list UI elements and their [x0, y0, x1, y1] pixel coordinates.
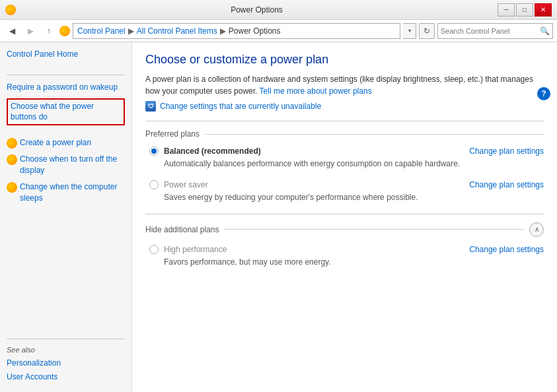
tell-me-link[interactable]: Tell me more about power plans — [260, 86, 372, 96]
content-description: A power plan is a collection of hardware… — [145, 73, 544, 97]
refresh-button[interactable]: ↻ — [419, 23, 435, 39]
sidebar-change-sleep[interactable]: Change when the computer sleeps — [20, 181, 125, 204]
plan-high-performance: High performance Change plan settings Fa… — [145, 245, 544, 268]
minimize-button[interactable]: ─ — [498, 3, 515, 16]
change-unavailable-link[interactable]: Change settings that are currently unava… — [160, 102, 321, 111]
page-title: Choose or customize a power plan — [145, 53, 544, 67]
sidebar-choose-buttons[interactable]: Choose what the power buttons do — [7, 98, 125, 126]
maximize-button[interactable]: □ — [516, 3, 533, 16]
plan-balanced-change-link[interactable]: Change plan settings — [469, 147, 544, 156]
change-sleep-icon — [7, 182, 17, 193]
plan-balanced-name-row: Balanced (recommended) — [149, 147, 261, 156]
plan-power-saver-name: Power saver — [164, 180, 208, 189]
plan-balanced-desc: Automatically balances performance with … — [164, 158, 544, 170]
plan-high-performance-header: High performance Change plan settings — [149, 245, 544, 254]
create-plan-icon — [7, 138, 17, 148]
sidebar-links-section: Require a password on wakeup Choose what… — [7, 82, 125, 132]
preferred-plans-label: Preferred plans — [145, 129, 200, 139]
sidebar-control-panel-home[interactable]: Control Panel Home — [7, 49, 125, 60]
plan-power-saver-name-row: Power saver — [149, 180, 208, 189]
title-bar: Power Options ─ □ ✕ — [0, 0, 557, 20]
sidebar-personalization[interactable]: Personalization — [7, 358, 125, 369]
hide-additional-header: Hide additional plans ∧ — [145, 222, 544, 237]
path-all-items[interactable]: All Control Panel Items — [137, 26, 217, 36]
content-area: ? Choose or customize a power plan A pow… — [132, 42, 557, 392]
sidebar-require-password[interactable]: Require a password on wakeup — [7, 82, 125, 93]
sidebar-choose-display[interactable]: Choose when to turn off the display — [20, 154, 125, 176]
help-button[interactable]: ? — [537, 87, 550, 100]
window-title: Power Options — [16, 5, 498, 15]
plan-power-saver: Power saver Change plan settings Saves e… — [145, 180, 544, 203]
hide-additional-chevron[interactable]: ∧ — [529, 222, 544, 237]
shield-icon: 🛡 — [145, 101, 156, 112]
sidebar-change-sleep-item: Change when the computer sleeps — [7, 181, 125, 204]
sidebar-user-accounts[interactable]: User Accounts — [7, 372, 125, 383]
preferred-plans-header: Preferred plans — [145, 129, 544, 139]
hide-additional-label: Hide additional plans — [145, 225, 219, 234]
path-dropdown[interactable]: ▾ — [403, 23, 416, 39]
close-button[interactable]: ✕ — [535, 3, 552, 16]
path-current: Power Options — [229, 26, 281, 36]
address-bar: ◀ ▶ ↑ Control Panel ▶ All Control Panel … — [0, 20, 557, 42]
plan-high-performance-name-row: High performance — [149, 245, 227, 254]
app-icon — [5, 5, 16, 15]
change-unavailable-row: 🛡 Change settings that are currently una… — [145, 101, 544, 112]
back-button[interactable]: ◀ — [4, 23, 20, 39]
plan-power-saver-radio[interactable] — [149, 180, 159, 189]
window-controls: ─ □ ✕ — [498, 3, 552, 16]
plan-balanced-radio[interactable] — [149, 147, 159, 156]
plan-high-performance-name: High performance — [164, 245, 227, 254]
search-input[interactable] — [441, 27, 537, 35]
search-box: 🔍 — [437, 23, 553, 39]
see-also-section: See also Personalization User Accounts — [7, 346, 125, 385]
plan-power-saver-desc: Saves energy by reducing your computer's… — [164, 192, 544, 203]
plan-high-performance-desc: Favors performance, but may use more ene… — [164, 257, 544, 268]
folder-icon — [59, 26, 70, 36]
path-control-panel[interactable]: Control Panel — [77, 26, 126, 36]
address-path: Control Panel ▶ All Control Panel Items … — [73, 23, 400, 39]
plan-balanced: Balanced (recommended) Change plan setti… — [145, 147, 544, 170]
sidebar-choose-display-item: Choose when to turn off the display — [7, 154, 125, 176]
search-icon[interactable]: 🔍 — [540, 26, 550, 36]
up-button[interactable]: ↑ — [41, 23, 57, 39]
sidebar-create-plan-item: Create a power plan — [7, 137, 125, 148]
plan-balanced-header: Balanced (recommended) Change plan setti… — [149, 147, 544, 156]
plan-power-saver-change-link[interactable]: Change plan settings — [469, 180, 544, 189]
see-also-label: See also — [7, 346, 125, 354]
sidebar-home-section: Control Panel Home — [7, 49, 125, 63]
plan-high-performance-change-link[interactable]: Change plan settings — [469, 245, 544, 254]
choose-display-icon — [7, 154, 17, 165]
main-layout: Control Panel Home Require a password on… — [0, 42, 557, 392]
forward-button[interactable]: ▶ — [22, 23, 38, 39]
plan-balanced-name: Balanced (recommended) — [164, 147, 261, 156]
plan-power-saver-header: Power saver Change plan settings — [149, 180, 544, 189]
sidebar: Control Panel Home Require a password on… — [0, 42, 132, 392]
plan-high-performance-radio[interactable] — [149, 245, 159, 254]
sidebar-create-plan[interactable]: Create a power plan — [20, 137, 91, 148]
